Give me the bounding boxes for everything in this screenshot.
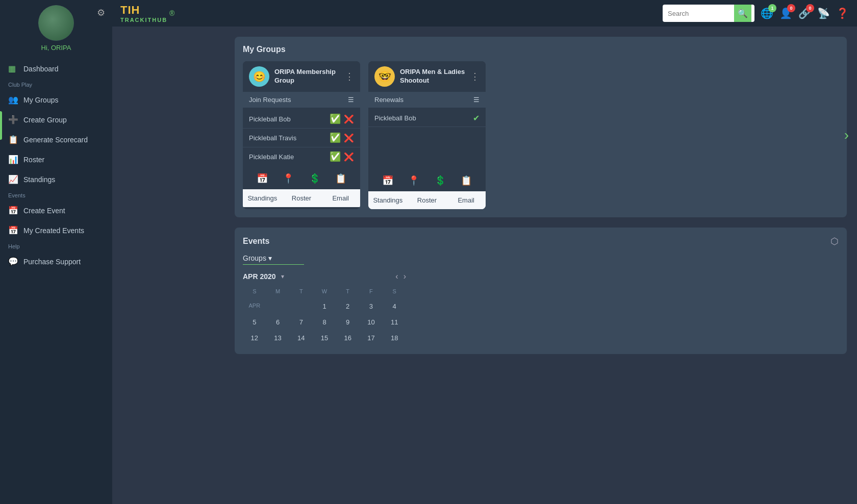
reject-icon[interactable]: ❌: [344, 114, 354, 124]
sidebar-item-label: My Groups: [23, 96, 58, 104]
group-1-action-row: Standings Roster Email: [243, 189, 360, 207]
cal-day[interactable]: 17: [360, 330, 383, 346]
sidebar-nav: ▦ Dashboard Club Play 👥 My Groups ➕ Crea…: [0, 59, 112, 271]
calendar-icon[interactable]: 📅: [257, 173, 268, 184]
sidebar-item-roster[interactable]: 📊 Roster: [0, 149, 112, 169]
events-section: Events ⬡ Groups ▾ APR 2020 ▾ ‹ › S M T W: [235, 228, 847, 354]
group-1-menu-icon[interactable]: ⋮: [345, 71, 354, 82]
reject-icon[interactable]: ❌: [344, 152, 354, 162]
cal-day[interactable]: 7: [289, 314, 313, 330]
email-button[interactable]: Email: [321, 189, 360, 207]
dow-sat: S: [383, 286, 406, 296]
external-link-icon[interactable]: ⬡: [830, 236, 839, 247]
dow-wed: W: [313, 286, 336, 296]
roster-button[interactable]: Roster: [282, 189, 321, 207]
location-icon[interactable]: 📍: [408, 175, 419, 186]
cal-day[interactable]: 10: [360, 314, 383, 330]
cal-day[interactable]: 13: [266, 330, 290, 346]
roster-button[interactable]: Roster: [408, 191, 447, 209]
cal-day[interactable]: 18: [383, 330, 406, 346]
cal-day[interactable]: 1: [313, 298, 336, 314]
gear-icon[interactable]: ⚙: [97, 7, 105, 18]
standings-button[interactable]: Standings: [243, 189, 282, 207]
cal-day[interactable]: 14: [289, 330, 313, 346]
group-2-name: ORIPA Men & Ladies Shootout: [400, 68, 465, 85]
approve-icon[interactable]: ✅: [330, 151, 341, 162]
calendar-dow-row: S M T W T F S: [243, 286, 406, 296]
cal-day[interactable]: 8: [313, 314, 336, 330]
share-icon-btn[interactable]: 🔗 0: [798, 7, 811, 19]
sidebar-item-purchase-support[interactable]: 💬 Purchase Support: [0, 251, 112, 271]
group-2-section-header: Renewals ☰: [368, 92, 486, 108]
clipboard-icon[interactable]: 📋: [461, 175, 472, 186]
roster-icon: 📊: [8, 155, 18, 164]
approve-icon[interactable]: ✅: [330, 113, 341, 124]
sidebar-item-create-event[interactable]: 📅 Create Event: [0, 200, 112, 220]
help-icon-btn[interactable]: ❓: [836, 7, 849, 19]
cal-day[interactable]: 15: [313, 330, 336, 346]
chevron-down-icon: ▾: [268, 254, 272, 262]
standings-button[interactable]: Standings: [368, 191, 408, 209]
calendar-month-label[interactable]: APR 2020: [243, 272, 276, 281]
carousel-next-arrow[interactable]: ›: [844, 127, 849, 143]
sidebar-item-my-groups[interactable]: 👥 My Groups: [0, 90, 112, 110]
cal-day-empty: [266, 298, 290, 314]
email-button[interactable]: Email: [446, 191, 486, 209]
calendar-icon[interactable]: 📅: [382, 175, 393, 186]
sidebar-item-label: Dashboard: [23, 65, 59, 73]
logo-full: TRACKITHUB: [120, 17, 167, 23]
group-card-1-header: 😊 ORIPA Membership Group ⋮: [243, 61, 360, 92]
approve-icon[interactable]: ✅: [330, 132, 341, 143]
trademark-icon: ®: [169, 9, 174, 17]
my-groups-section: My Groups 😊 ORIPA Membership Group ⋮ Joi…: [235, 37, 847, 217]
user-icon-btn[interactable]: 👤 0: [779, 7, 792, 19]
filter-dropdown-label: Groups: [243, 254, 266, 262]
reject-icon[interactable]: ❌: [344, 133, 354, 143]
globe-icon-btn[interactable]: 🌐 1: [761, 7, 773, 19]
cal-day[interactable]: APR: [243, 298, 266, 314]
calendar-next-arrow[interactable]: ›: [404, 272, 406, 281]
calendar-month-chevron[interactable]: ▾: [281, 273, 284, 280]
cal-day[interactable]: 2: [336, 298, 360, 314]
sidebar-item-create-group[interactable]: ➕ Create Group: [0, 110, 112, 130]
list-icon: ☰: [348, 96, 354, 104]
group-1-section-header: Join Requests ☰: [243, 92, 360, 108]
cal-day[interactable]: 16: [336, 330, 360, 346]
group-2-menu-icon[interactable]: ⋮: [470, 71, 480, 82]
sidebar-item-standings[interactable]: 📈 Standings: [0, 169, 112, 189]
sidebar-item-dashboard[interactable]: ▦ Dashboard: [0, 59, 112, 79]
cal-day[interactable]: 3: [360, 298, 383, 314]
cal-day[interactable]: 5: [243, 314, 266, 330]
cal-day[interactable]: 9: [336, 314, 360, 330]
group-1-icon-row: 📅 📍 💲 📋: [243, 168, 360, 189]
group-card-1: 😊 ORIPA Membership Group ⋮ Join Requests…: [243, 61, 360, 209]
club-play-section: Club Play: [0, 79, 112, 90]
member-name: Pickleball Katie: [249, 153, 294, 161]
group-1-member-list: Pickleball Bob ✅ ❌ Pickleball Travis ✅ ❌: [243, 108, 360, 168]
money-icon[interactable]: 💲: [435, 175, 446, 186]
search-input[interactable]: [663, 10, 734, 17]
sidebar-item-label: Purchase Support: [23, 258, 81, 266]
help-section-label: Help: [0, 240, 112, 251]
money-icon[interactable]: 💲: [309, 173, 320, 184]
cal-day[interactable]: 11: [383, 314, 406, 330]
cal-day[interactable]: 4: [383, 298, 406, 314]
filter-dropdown[interactable]: Groups ▾: [243, 254, 304, 265]
search-button[interactable]: 🔍: [734, 5, 751, 22]
cal-day[interactable]: 6: [266, 314, 290, 330]
member-name: Pickleball Bob: [374, 114, 416, 122]
sidebar-item-generate-scorecard[interactable]: 📋 Generate Scorecard: [0, 130, 112, 149]
cal-day-empty: [289, 298, 313, 314]
cal-day[interactable]: 12: [243, 330, 266, 346]
sidebar-item-my-created-events[interactable]: 📅 My Created Events: [0, 220, 112, 240]
share-badge: 0: [806, 4, 814, 12]
create-group-icon: ➕: [8, 115, 18, 124]
group-card-2-header: 🤓 ORIPA Men & Ladies Shootout ⋮: [368, 61, 486, 92]
globe-badge: 1: [768, 4, 776, 12]
calendar-prev-arrow[interactable]: ‹: [395, 272, 398, 281]
empty-list-item: [368, 127, 486, 147]
clipboard-icon[interactable]: 📋: [335, 173, 346, 184]
main-content: My Groups 😊 ORIPA Membership Group ⋮ Joi…: [224, 27, 857, 504]
location-icon[interactable]: 📍: [283, 173, 294, 184]
feed-icon-btn[interactable]: 📡: [817, 7, 830, 19]
